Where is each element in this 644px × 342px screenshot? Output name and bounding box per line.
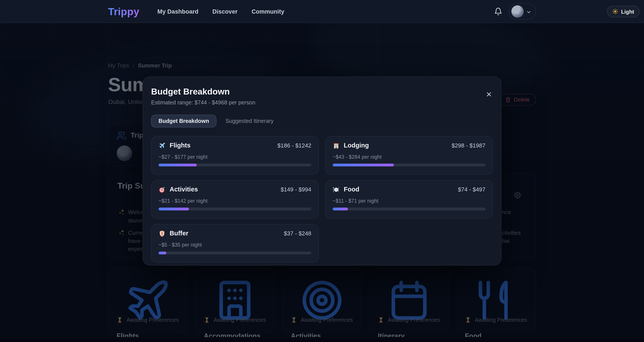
hotel-emoji xyxy=(333,142,340,149)
user-avatar xyxy=(511,5,524,18)
budget-item-range: $74 - $497 xyxy=(458,186,486,193)
nav-links: My Dashboard Discover Community xyxy=(158,8,284,15)
target-emoji xyxy=(158,186,166,193)
budget-item-range: $298 - $1987 xyxy=(452,142,486,149)
budget-item-name: Flights xyxy=(170,142,190,149)
budget-progress-track xyxy=(333,207,486,210)
budget-progress-fill xyxy=(158,164,197,166)
budget-item-per-night: ~$27 - $177 per night xyxy=(158,154,312,160)
airplane-emoji xyxy=(158,142,166,149)
shield-emoji xyxy=(158,230,166,237)
budget-item-per-night: ~$5 - $35 per night xyxy=(158,242,312,248)
budget-item-per-night: ~$11 - $71 per night xyxy=(333,198,486,204)
tab-budget-breakdown[interactable]: Budget Breakdown xyxy=(151,115,216,128)
budget-item-activities: Activities$149 - $994~$21 - $142 per nig… xyxy=(151,180,319,219)
plate-emoji xyxy=(333,186,340,193)
app-viewport: My Trips / Summer Trip Summer Trip Dubai… xyxy=(0,0,644,342)
budget-item-range: $37 - $248 xyxy=(284,230,311,237)
budget-progress-track xyxy=(158,164,312,166)
theme-toggle-label: Light xyxy=(621,8,634,15)
budget-item-range: $149 - $994 xyxy=(281,186,312,193)
budget-progress-track xyxy=(158,251,312,254)
budget-item-name: Activities xyxy=(170,186,198,193)
budget-item-per-night: ~$43 - $284 per night xyxy=(333,154,486,160)
user-menu[interactable] xyxy=(509,3,536,20)
budget-progress-track xyxy=(333,164,486,166)
close-icon[interactable] xyxy=(486,91,492,98)
budget-progress-fill xyxy=(333,207,348,210)
theme-toggle-button[interactable]: Light xyxy=(607,6,640,17)
budget-item-food: Food$74 - $497~$11 - $71 per night xyxy=(325,180,493,219)
budget-progress-track xyxy=(158,207,312,210)
budget-items-grid: Flights$186 - $1242~$27 - $177 per night… xyxy=(151,136,493,263)
budget-progress-fill xyxy=(333,164,394,166)
nav-link-community[interactable]: Community xyxy=(252,8,284,15)
budget-item-range: $186 - $1242 xyxy=(278,142,311,149)
budget-item-name: Lodging xyxy=(344,142,369,149)
modal-subtitle: Estimated range: $744 - $4968 per person xyxy=(151,100,493,106)
modal-title: Budget Breakdown xyxy=(151,87,493,97)
tab-suggested-itinerary[interactable]: Suggested Itinerary xyxy=(225,115,274,128)
modal-tabs: Budget Breakdown Suggested Itinerary xyxy=(151,115,493,128)
app-logo[interactable]: Trippy xyxy=(108,6,140,17)
bell-icon[interactable] xyxy=(494,8,502,16)
budget-item-buffer: Buffer$37 - $248~$5 - $35 per night xyxy=(151,224,319,263)
trip-page: My Trips / Summer Trip Summer Trip Dubai… xyxy=(0,0,644,342)
budget-item-per-night: ~$21 - $142 per night xyxy=(158,198,312,204)
budget-item-name: Food xyxy=(344,186,359,193)
chevron-down-icon xyxy=(526,9,531,14)
nav-link-discover[interactable]: Discover xyxy=(212,8,238,15)
budget-item-name: Buffer xyxy=(170,230,188,237)
nav-link-my-dashboard[interactable]: My Dashboard xyxy=(158,8,198,15)
budget-item-flights: Flights$186 - $1242~$27 - $177 per night xyxy=(151,136,319,175)
top-navbar: Trippy My Dashboard Discover Community L… xyxy=(0,0,644,23)
budget-progress-fill xyxy=(158,207,189,210)
sun-icon xyxy=(612,9,618,14)
budget-item-lodging: Lodging$298 - $1987~$43 - $284 per night xyxy=(325,136,493,175)
budget-progress-fill xyxy=(158,251,166,254)
budget-breakdown-modal: Budget Breakdown Estimated range: $744 -… xyxy=(142,77,502,265)
